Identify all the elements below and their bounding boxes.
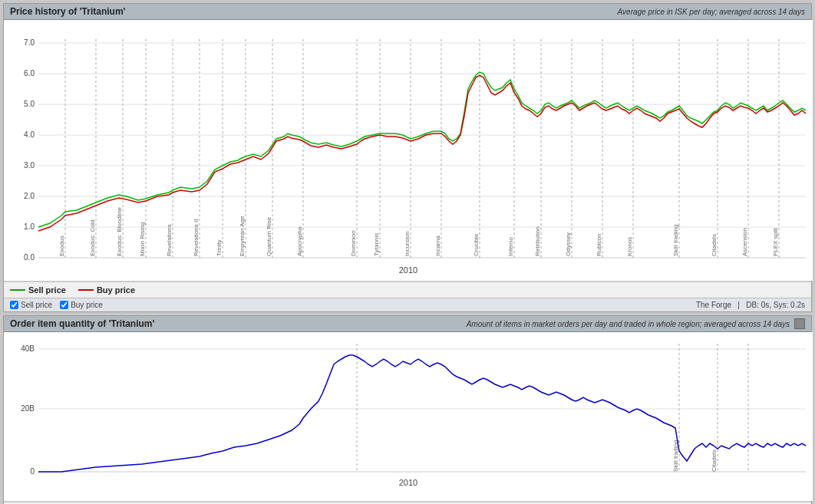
price-checkbox-group: Sell price Buy price (10, 301, 103, 309)
svg-rect-66 (4, 332, 813, 501)
svg-text:Citadels: Citadels (711, 450, 718, 472)
quantity-panel-icon[interactable] (794, 318, 805, 329)
quantity-chart-area: 40B 20B 0 2010 Skill trading Citadels (4, 332, 811, 502)
price-chart-svg: 7.0 6.0 5.0 4.0 3.0 2.0 1.0 0.0 2010 (4, 20, 813, 281)
svg-text:Revelations II: Revelations II (193, 219, 200, 256)
svg-text:7.0: 7.0 (24, 38, 35, 47)
sell-price-legend-label: Sell price (28, 285, 66, 295)
quantity-panel-subtitle: Amount of items in market orders per day… (467, 320, 790, 328)
svg-text:Revelations: Revelations (166, 224, 173, 256)
svg-text:Retribution: Retribution (534, 226, 541, 256)
svg-text:Odyssey: Odyssey (565, 232, 572, 256)
sell-price-checkbox[interactable] (10, 301, 18, 309)
price-footer-bar: Sell price Buy price The Forge | DB: 0s,… (4, 298, 811, 311)
svg-text:Incursion: Incursion (404, 232, 411, 256)
price-db-stats: DB: 0s, Sys: 0.2s (746, 301, 805, 309)
price-history-panel: Price history of 'Tritanium' Average pri… (3, 3, 812, 312)
svg-text:Trinity: Trinity (216, 240, 223, 256)
buy-price-legend: Buy price (78, 285, 135, 295)
price-panel-header: Price history of 'Tritanium' Average pri… (4, 4, 811, 20)
svg-text:0: 0 (30, 467, 35, 476)
svg-text:2.0: 2.0 (24, 192, 35, 200)
buy-price-legend-label: Buy price (97, 285, 135, 295)
buy-price-checkbox-text: Buy price (71, 301, 103, 309)
svg-text:Exodus: Exodus (58, 236, 65, 256)
svg-text:1.0: 1.0 (24, 222, 35, 231)
svg-text:Moon Rising: Moon Rising (139, 222, 146, 256)
sell-price-legend-line (10, 289, 25, 291)
price-region: The Forge (696, 301, 731, 309)
price-db-info: The Forge | DB: 0s, Sys: 0.2s (696, 301, 805, 309)
svg-text:Crucible: Crucible (473, 233, 480, 256)
buy-price-checkbox-label[interactable]: Buy price (60, 301, 103, 309)
sell-price-checkbox-text: Sell price (21, 301, 52, 309)
svg-text:Exodus: Bloodline: Exodus: Bloodline (116, 206, 123, 256)
price-chart-area: 7.0 6.0 5.0 4.0 3.0 2.0 1.0 0.0 2010 (4, 20, 811, 282)
price-legend: Sell price Buy price (4, 282, 811, 298)
sell-price-checkbox-label[interactable]: Sell price (10, 301, 52, 309)
svg-text:20B: 20B (21, 404, 35, 413)
svg-text:Incarna: Incarna (434, 236, 441, 256)
svg-text:Citadels: Citadels (711, 234, 718, 256)
svg-text:3.0: 3.0 (24, 161, 35, 170)
svg-text:Empyrean Age: Empyrean Age (239, 216, 246, 256)
svg-text:Quantum Rise: Quantum Rise (266, 216, 272, 256)
quantity-chart-svg: 40B 20B 0 2010 Skill trading Citadels (4, 332, 813, 501)
svg-text:Dominion: Dominion (350, 230, 357, 256)
svg-text:Skill trading: Skill trading (672, 225, 679, 256)
svg-text:Inferno: Inferno (507, 237, 514, 256)
svg-text:6.0: 6.0 (24, 69, 35, 77)
svg-text:Ascension: Ascension (741, 228, 748, 256)
svg-text:Exodus: Cold: Exodus: Cold (89, 219, 96, 256)
svg-text:Kronos: Kronos (626, 237, 633, 256)
svg-text:Tyrannis: Tyrannis (373, 233, 380, 256)
buy-price-legend-line (78, 289, 94, 291)
svg-text:Rubicon: Rubicon (596, 234, 602, 256)
svg-text:5.0: 5.0 (24, 100, 35, 108)
quantity-panel-header: Order item quantity of 'Tritanium' Amoun… (4, 316, 811, 332)
buy-price-checkbox[interactable] (60, 301, 68, 309)
price-panel-title: Price history of 'Tritanium' (10, 6, 125, 17)
price-panel-subtitle: Average price in ISK per day; averaged a… (618, 8, 805, 16)
svg-text:Apocrypha: Apocrypha (296, 226, 303, 256)
svg-text:4.0: 4.0 (24, 130, 35, 139)
quantity-panel-title: Order item quantity of 'Tritanium' (10, 318, 154, 329)
svg-text:PLEX split: PLEX split (772, 227, 779, 256)
svg-text:2010: 2010 (399, 478, 417, 487)
svg-text:40B: 40B (21, 344, 35, 353)
svg-text:2010: 2010 (399, 265, 417, 275)
quantity-panel: Order item quantity of 'Tritanium' Amoun… (3, 315, 812, 504)
sell-price-legend: Sell price (10, 285, 66, 295)
svg-text:0.0: 0.0 (24, 253, 35, 262)
